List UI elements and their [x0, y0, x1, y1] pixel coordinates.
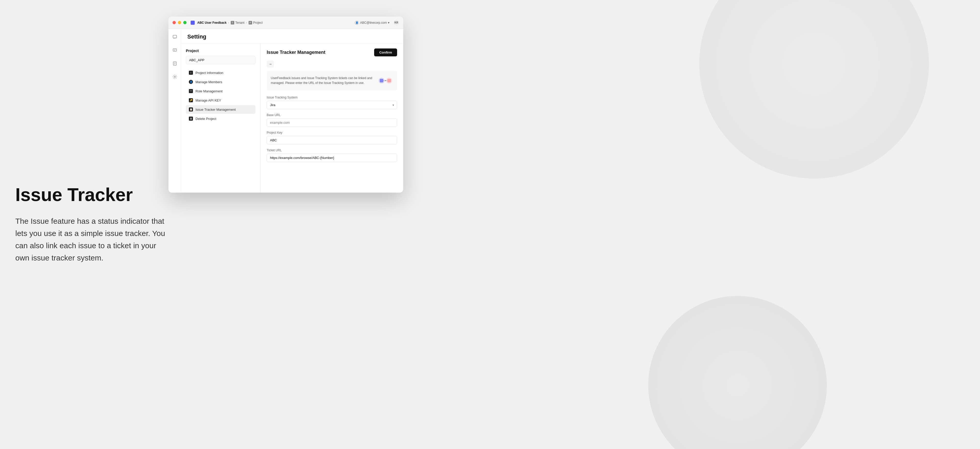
- traffic-lights: [172, 21, 186, 24]
- main-description: The Issue feature has a status indicator…: [15, 215, 169, 264]
- nav-item-tenant[interactable]: T Tenant: [231, 21, 245, 24]
- user-email: ABC@linecorp.com: [360, 21, 387, 24]
- left-content-section: Issue Tracker The Issue feature has a st…: [15, 185, 169, 264]
- menu-label-issue-tracker: Issue Tracker Management: [196, 108, 236, 111]
- content-area: Project i Project Information 👤 Manage M…: [181, 43, 403, 193]
- nav-separator-2: ›: [246, 21, 247, 24]
- svg-rect-10: [380, 79, 383, 83]
- nav-separator-1: ›: [228, 21, 229, 24]
- title-bar: ABC User Feedback › T Tenant › P Project…: [169, 17, 403, 29]
- tenant-label: Tenant: [235, 21, 245, 24]
- sidebar: [169, 29, 181, 193]
- sidebar-icon-settings[interactable]: [171, 73, 179, 81]
- info-banner: UserFeedback issues and Issue Tracking S…: [267, 71, 397, 90]
- maximize-button[interactable]: [183, 21, 186, 24]
- user-info[interactable]: 👤 ABC@linecorp.com ▾: [355, 21, 390, 25]
- project-key-label: Project Key: [267, 131, 397, 135]
- form-group-base-url: Base URL: [267, 113, 397, 127]
- form-group-project-key: Project Key: [267, 131, 397, 144]
- issue-tracking-system-label: Issue Tracking System: [267, 96, 397, 99]
- bg-decoration-circle-top: [699, 0, 929, 179]
- page-title: Setting: [187, 33, 397, 40]
- confirm-button[interactable]: Confirm: [374, 48, 397, 56]
- sidebar-icon-message[interactable]: [171, 46, 179, 54]
- svg-rect-1: [173, 49, 177, 51]
- left-settings-panel: Project i Project Information 👤 Manage M…: [181, 43, 260, 193]
- base-url-input[interactable]: [267, 118, 397, 127]
- menu-item-manage-members[interactable]: 👤 Manage Members: [186, 78, 256, 86]
- titlebar-nav: ABC User Feedback › T Tenant › P Project: [191, 21, 262, 25]
- minimize-button[interactable]: [178, 21, 181, 24]
- menu-item-role-management[interactable]: 🛡 Role Management: [186, 87, 256, 95]
- manage-api-key-icon: 🔑: [189, 98, 193, 102]
- project-label: Project: [253, 21, 262, 24]
- menu-item-project-information[interactable]: i Project Information: [186, 68, 256, 77]
- svg-point-8: [174, 76, 175, 78]
- project-section: Project i Project Information 👤 Manage M…: [186, 48, 256, 123]
- issue-tracker-icon: 📋: [189, 108, 193, 111]
- project-key-input[interactable]: [267, 136, 397, 144]
- language-badge[interactable]: KR: [393, 20, 399, 25]
- page-header: Setting: [181, 29, 403, 43]
- nav-item-project[interactable]: P Project: [248, 21, 262, 24]
- base-url-label: Base URL: [267, 113, 397, 117]
- sidebar-icon-document[interactable]: [171, 59, 179, 68]
- mac-window: ABC User Feedback › T Tenant › P Project…: [169, 17, 403, 193]
- settings-menu-list: i Project Information 👤 Manage Members 🛡…: [186, 68, 256, 123]
- main-heading: Issue Tracker: [15, 185, 169, 205]
- close-button[interactable]: [172, 21, 176, 24]
- form-group-ticket-url: Ticket URL: [267, 149, 397, 162]
- menu-item-issue-tracker[interactable]: 📋 Issue Tracker Management: [186, 105, 256, 114]
- role-management-icon: 🛡: [189, 89, 193, 93]
- main-content: Setting Project i Project Information: [181, 29, 403, 193]
- user-avatar: 👤: [355, 21, 359, 25]
- tenant-icon: T: [231, 21, 234, 24]
- sidebar-icon-feedback[interactable]: [171, 33, 179, 41]
- svg-rect-0: [173, 35, 177, 38]
- project-section-title: Project: [186, 48, 256, 53]
- form-group-issue-tracking-system: Issue Tracking System Jira GitHub Linear…: [267, 96, 397, 109]
- menu-label-delete-project: Delete Project: [196, 117, 216, 121]
- back-arrow-button[interactable]: →: [267, 60, 274, 68]
- manage-members-icon: 👤: [189, 80, 193, 84]
- right-panel-title: Issue Tracker Management: [267, 50, 325, 55]
- menu-label-project-information: Project Information: [196, 71, 223, 75]
- titlebar-right: 👤 ABC@linecorp.com ▾ KR: [355, 20, 399, 25]
- menu-item-manage-api-key[interactable]: 🔑 Manage API KEY: [186, 96, 256, 105]
- project-icon: P: [248, 21, 252, 24]
- user-dropdown-arrow: ▾: [388, 21, 390, 24]
- issue-tracking-system-select[interactable]: Jira GitHub Linear: [267, 101, 397, 109]
- right-settings-panel: Issue Tracker Management Confirm → UserF…: [261, 43, 403, 193]
- ticket-url-input[interactable]: [267, 154, 397, 162]
- info-banner-text: UserFeedback issues and Issue Tracking S…: [271, 76, 374, 86]
- menu-label-role-management: Role Management: [196, 89, 223, 93]
- project-name-input[interactable]: [186, 56, 256, 64]
- svg-point-14: [385, 80, 386, 81]
- ticket-url-label: Ticket URL: [267, 149, 397, 152]
- window-body: Setting Project i Project Information: [169, 29, 403, 193]
- app-name-label: ABC User Feedback: [197, 21, 227, 24]
- project-info-icon: i: [189, 71, 193, 75]
- svg-rect-12: [387, 79, 391, 83]
- right-panel-header: Issue Tracker Management Confirm: [267, 48, 397, 56]
- app-logo: [191, 21, 195, 25]
- menu-item-delete-project[interactable]: 🗑 Delete Project: [186, 114, 256, 123]
- menu-label-manage-api-key: Manage API KEY: [196, 98, 221, 102]
- info-illustration: [378, 74, 393, 87]
- issue-tracking-system-select-wrapper: Jira GitHub Linear ▾: [267, 101, 397, 109]
- menu-label-manage-members: Manage Members: [196, 80, 222, 84]
- bg-decoration-circle-bottom: [648, 296, 827, 449]
- delete-project-icon: 🗑: [189, 117, 193, 121]
